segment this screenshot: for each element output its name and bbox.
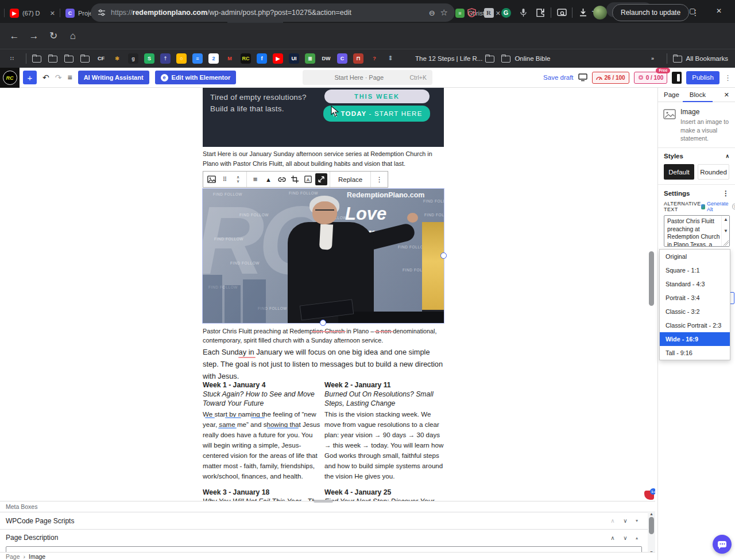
dropdown-option[interactable]: Square - 1:1 <box>660 263 730 277</box>
panel-up-icon[interactable]: ∧ <box>606 518 619 524</box>
ai-writing-assistant-button[interactable]: AI Writing Assistant <box>78 71 149 84</box>
slack-icon[interactable]: ✻ <box>112 53 126 64</box>
dropdown-option[interactable]: Original <box>660 250 730 263</box>
extension-r-icon[interactable]: R <box>480 8 497 18</box>
breadcrumb-page[interactable]: Page <box>6 553 20 560</box>
styles-heading[interactable]: Styles <box>664 153 683 160</box>
close-button[interactable]: ✕ <box>706 1 732 21</box>
week2-column[interactable]: Week 2 - January 11 Burned Out On Resolu… <box>324 381 444 481</box>
relaunch-button[interactable]: Relaunch to update <box>612 4 689 21</box>
lock-icon[interactable]: ⊓ <box>353 53 367 64</box>
userinterviews-icon[interactable]: UI <box>289 53 303 64</box>
wp-site-logo[interactable]: RC <box>0 68 20 88</box>
dropdown-option[interactable]: Classic - 3:2 <box>660 305 730 318</box>
gloo-icon[interactable]: g <box>128 53 142 64</box>
save-draft-button[interactable]: Save draft <box>543 74 573 81</box>
editor-options-icon[interactable]: ⋮ <box>724 73 732 82</box>
resize-handle-bottom[interactable] <box>320 320 326 326</box>
google-keep-icon[interactable]: ○ <box>176 53 190 64</box>
preview-icon[interactable] <box>578 73 587 81</box>
dropdown-option[interactable]: Portrait - 3:4 <box>660 291 730 305</box>
resize-grip-icon[interactable] <box>724 240 729 246</box>
text-overlay-icon[interactable]: A <box>302 173 314 185</box>
document-title-button[interactable]: Start Here · Page Ctrl+K <box>303 70 432 85</box>
week1-column[interactable]: Week 1 - January 4 Stuck Again? How to S… <box>203 381 321 481</box>
bookmark-star-icon[interactable]: ☆ <box>440 7 448 18</box>
dropdown-option[interactable]: Wide - 16:9 <box>660 332 730 346</box>
tab-block[interactable]: Block <box>690 91 706 98</box>
scrollbar-thumb[interactable] <box>649 517 654 534</box>
bookmark-folder[interactable] <box>48 53 61 64</box>
bookmark-folder[interactable] <box>80 53 94 64</box>
bookmark-folder[interactable] <box>485 53 498 64</box>
hero-graphic-block[interactable]: Tired of empty resolutions? Build a life… <box>203 88 444 147</box>
bookmark-folder[interactable] <box>32 53 45 64</box>
image-block-icon[interactable] <box>206 173 218 185</box>
list-view-icon[interactable]: ≡ <box>67 73 72 82</box>
youtube-icon[interactable]: ▶ <box>273 53 287 64</box>
dropdown-option[interactable]: Standard - 4:3 <box>660 277 730 291</box>
panel-down-icon[interactable]: ∨ <box>619 535 632 541</box>
selected-image-block[interactable]: RC FIND FOLLOW FIND FOLLOW FIND FOLLOW F… <box>203 189 444 323</box>
image-caption[interactable]: Pastor Chris Fluitt preaching at Redempt… <box>203 326 444 345</box>
undo-icon[interactable]: ↶ <box>42 73 49 82</box>
browser-tab[interactable]: ▶ (67) D ✕ <box>5 3 60 23</box>
link-icon[interactable] <box>276 173 288 185</box>
style-default-button[interactable]: Default <box>664 164 694 180</box>
panel-toggle-icon[interactable]: ▾ <box>632 518 642 523</box>
subsplash-icon[interactable]: S <box>144 53 158 64</box>
seo-score-badge[interactable]: 26 / 100 <box>592 72 629 84</box>
redo-icon[interactable]: ↷ <box>55 73 62 82</box>
tab-page[interactable]: Page <box>664 91 679 98</box>
collapse-icon[interactable]: ∧ <box>725 153 729 159</box>
twelve-steps-icon[interactable]: ⁑ <box>385 53 399 64</box>
canvas-scrollbar-thumb[interactable] <box>649 251 654 306</box>
adguard-icon[interactable] <box>463 8 480 17</box>
wpcode-panel-header[interactable]: WPCode Page Scripts ∧ ∨ ▾ <box>0 512 648 530</box>
dropdown-option[interactable]: Tall - 9:16 <box>660 346 730 360</box>
back-button[interactable]: ← <box>5 30 24 42</box>
profile-avatar[interactable] <box>591 6 609 20</box>
chat-widget-button[interactable] <box>713 535 732 554</box>
toolbar-options-icon[interactable]: ⋮ <box>373 173 385 185</box>
google-docs-icon[interactable]: ≡ <box>192 53 206 64</box>
twelve-steps-bookmark[interactable]: The 12 Steps | Life R... <box>401 53 482 64</box>
move-up-down-icon[interactable]: ∧∨ <box>232 173 244 185</box>
extensions-puzzle-icon[interactable] <box>532 8 549 17</box>
gmail-icon[interactable]: M <box>225 53 238 64</box>
zoom-out-icon[interactable]: ⊖ <box>429 9 435 17</box>
body-paragraph[interactable]: Each Sunday in January we will focus on … <box>203 346 444 382</box>
breadcrumb-block[interactable]: Image <box>29 553 45 560</box>
screen-search-icon[interactable] <box>553 9 570 17</box>
help-icon[interactable]: ? <box>732 204 735 209</box>
align-icon[interactable]: ≡ <box>249 173 261 185</box>
week3-column[interactable]: Week 3 - January 18 Why You Will Not Fai… <box>203 488 321 501</box>
settings-sidebar-toggle[interactable] <box>672 72 682 84</box>
redemption-church-icon[interactable]: RC <box>241 53 254 64</box>
bookmark-folder[interactable] <box>64 53 78 64</box>
generate-alt-button[interactable]: Generate Alt ? <box>701 201 735 212</box>
intro-paragraph[interactable]: Start Here is our January Sunday afterno… <box>203 149 444 168</box>
apps-grid-icon[interactable]: ∷ <box>7 53 21 64</box>
dw-bookmark[interactable]: DW <box>321 53 335 64</box>
metabox-scrollbar[interactable]: ▲ ▼ <box>648 511 655 555</box>
overflow-chevrons-icon[interactable]: » <box>648 53 662 64</box>
site-info-icon[interactable] <box>98 9 106 17</box>
all-bookmarks-folder[interactable]: All Bookmarks <box>672 53 729 64</box>
claude-icon[interactable]: C <box>337 53 351 64</box>
forward-button[interactable]: → <box>24 30 44 42</box>
google-calendar-icon[interactable]: 2 <box>208 53 222 64</box>
block-inserter-button[interactable]: + <box>23 71 37 84</box>
separator[interactable] <box>667 53 667 64</box>
reload-button[interactable]: ↻ <box>44 30 63 42</box>
publish-button[interactable]: Publish <box>686 71 719 84</box>
home-button[interactable]: ⌂ <box>63 30 83 42</box>
planning-center-icon[interactable]: ≣ <box>305 53 319 64</box>
style-rounded-button[interactable]: Rounded <box>698 164 729 180</box>
download-icon[interactable] <box>574 8 591 17</box>
online-bible-folder[interactable]: Online Bible <box>501 53 550 64</box>
panel-down-icon[interactable]: ∨ <box>619 518 632 524</box>
scroll-up-icon[interactable]: ▲ <box>648 512 655 516</box>
spacer[interactable] <box>552 53 645 64</box>
scroll-down-icon[interactable]: ▼ <box>722 228 730 234</box>
